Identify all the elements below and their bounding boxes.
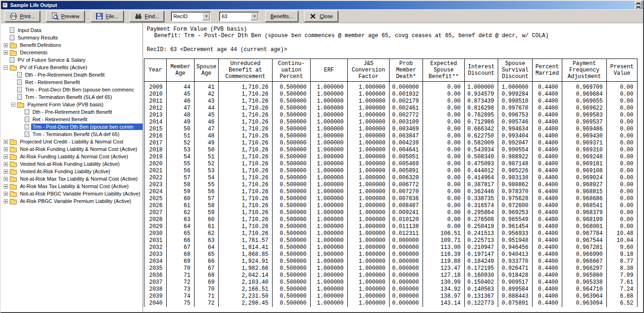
table-row: 202459561,710.260.5000001.0000001.000000… — [144, 189, 637, 196]
table-cell: 1.000000 — [311, 154, 348, 161]
document-icon — [17, 79, 22, 85]
table-cell: 0.909517 — [498, 279, 533, 286]
expand-plus-icon[interactable]: + — [4, 184, 8, 189]
tree-item[interactable]: Ret - Retirement Benefit — [1, 116, 143, 123]
table-cell: 0.241513 — [465, 230, 498, 237]
minimize-button[interactable] — [635, 0, 642, 5]
document-icon — [17, 72, 22, 78]
tree-item[interactable]: +Projected Unit Credit - Liability & Nor… — [1, 138, 143, 145]
table-cell: 1.000000 — [498, 82, 533, 91]
tree-item[interactable]: +Decrements — [1, 49, 143, 56]
table-cell: 0.508349 — [465, 154, 498, 161]
expand-plus-icon[interactable]: + — [4, 192, 8, 196]
table-cell: 0.295864 — [465, 209, 498, 216]
table-cell: 0.963964 — [562, 293, 607, 300]
table-cell: 0.500000 — [273, 119, 311, 126]
expand-plus-icon[interactable]: + — [4, 162, 8, 166]
tree-item-label: Ret - Retirement Benefit — [24, 79, 81, 85]
table-cell: 0.00 — [423, 216, 465, 223]
table-cell: 0.00 — [607, 105, 637, 112]
table-cell: 0.990554 — [498, 147, 533, 154]
tree-item[interactable]: Trm - Post-Decr Dth Ben (spouse ben comm — [1, 123, 143, 130]
expand-plus-icon[interactable]: + — [4, 170, 8, 174]
preview-button[interactable]: Preview — [46, 11, 85, 22]
tree-item[interactable]: Dth - Pre-Retirement Death Benefit — [1, 108, 143, 116]
tree-item[interactable]: Summary Results — [1, 34, 143, 41]
table-cell: 0.968379 — [562, 209, 607, 216]
table-row: 202762591,710.260.5000001.0000001.000000… — [144, 209, 637, 216]
table-cell: 1,710.26 — [219, 161, 273, 168]
expand-plus-icon[interactable]: + — [4, 155, 8, 159]
table-cell: 1.000000 — [311, 161, 348, 168]
tree-item[interactable]: +Benefit Definitions — [1, 41, 143, 49]
document-icon — [10, 57, 14, 63]
file-button-label: File... — [106, 13, 118, 19]
recid-combo[interactable]: RecID ▼ — [171, 12, 211, 21]
table-cell: 0.4400 — [533, 133, 562, 140]
window-title: Sample Life Output — [10, 2, 634, 8]
table-cell: 0.4400 — [533, 272, 562, 279]
find-button[interactable]: Find... — [130, 11, 164, 22]
table-cell: 51 — [195, 154, 219, 161]
tree-item[interactable]: +At-Risk Max Tax Liability & Normal Cost… — [1, 183, 143, 190]
table-cell: 0.946456 — [498, 244, 533, 251]
find-button-label: Find... — [145, 13, 159, 19]
expand-plus-icon[interactable]: + — [4, 140, 8, 144]
expand-plus-icon[interactable]: + — [4, 147, 8, 151]
file-button[interactable]: File... — [91, 11, 124, 22]
table-cell: 0.00 — [607, 133, 637, 140]
expand-plus-icon[interactable]: + — [4, 177, 8, 181]
table-cell: 1,710.26 — [219, 209, 273, 216]
tree-item[interactable]: PV of Future Service & Salary — [1, 56, 143, 64]
table-cell: 0.582009 — [465, 140, 498, 147]
folder-icon — [10, 177, 17, 182]
table-cell: 48 — [195, 133, 219, 140]
collapse-minus-icon[interactable]: − — [4, 65, 8, 70]
table-cell: 1.000000 — [311, 133, 348, 140]
tree-item[interactable]: Dth - Pre-Retirement Death Benefit — [1, 71, 143, 78]
tree-item[interactable]: +At-Risk Funding Liability & Normal Cost… — [1, 153, 143, 160]
table-cell: 0.338735 — [465, 196, 498, 202]
tree-item[interactable]: Ret - Retirement Benefit — [1, 78, 143, 86]
expand-plus-icon[interactable]: + — [4, 43, 8, 47]
tree-item[interactable]: +Not-at-Risk PBGC Variable Premium Liabi… — [1, 190, 143, 197]
tree-item[interactable]: −Payment Form Value (PVB basis) — [1, 101, 143, 108]
tree-item[interactable]: +At-Risk PBGC Variable Premium Liability… — [1, 197, 143, 205]
table-cell: 1.000000 — [348, 168, 390, 175]
table-cell: 0.500000 — [273, 237, 311, 244]
table-cell: 1,710.26 — [219, 105, 273, 112]
table-cell: 1,710.26 — [219, 189, 273, 196]
tree-item[interactable]: +Vested At-Risk Funding Liability (Activ… — [1, 168, 143, 175]
tree-item[interactable]: −PV of Future Benefits (Active) — [1, 64, 143, 71]
tree-item[interactable]: Trm - Post-Decr Dth Ben (spouse ben comm… — [1, 86, 143, 93]
table-cell: 0.968001 — [562, 223, 607, 230]
record-number-combo[interactable]: 63 ▼ — [219, 12, 259, 21]
table-cell: 0.4400 — [533, 258, 562, 265]
column-header: Spouse Survival Discount — [498, 59, 533, 82]
table-cell: 1.000000 — [348, 223, 390, 230]
tree-item[interactable]: Input Data — [1, 26, 143, 34]
table-cell: 44 — [167, 82, 195, 91]
table-cell: 0.00 — [607, 189, 637, 196]
tree-item[interactable]: +Vested Not-at-Risk Funding Liability (A… — [1, 160, 143, 168]
expand-plus-icon[interactable]: + — [4, 51, 8, 55]
expand-plus-icon[interactable]: + — [4, 199, 8, 203]
tree-item[interactable]: +Not-at-Risk Funding Liability & Normal … — [1, 145, 143, 153]
table-cell: 0.4400 — [533, 91, 562, 98]
tree-item[interactable]: +Not-at-Risk Max Tax Liability & Normal … — [1, 175, 143, 183]
table-cell: 66 — [195, 258, 219, 265]
table-cell: 0.888443 — [498, 293, 533, 300]
tree-item[interactable]: Trm - Termination Benefit (SLA def 65) — [1, 93, 143, 101]
table-row: 201449461,710.260.5000001.0000001.000000… — [144, 119, 637, 126]
tree-item[interactable]: Trm - Termination Benefit (SLA def 65) — [1, 130, 143, 138]
print-button[interactable]: Print... — [5, 11, 40, 22]
table-cell: 2021 — [144, 168, 167, 175]
benefits-button[interactable]: Benefits... — [265, 11, 298, 22]
table-cell: 0.003109 — [390, 119, 423, 126]
chevron-down-icon[interactable]: ▼ — [202, 13, 210, 20]
table-cell: 56 — [167, 168, 195, 175]
collapse-minus-icon[interactable]: − — [11, 103, 15, 107]
chevron-down-icon[interactable]: ▼ — [251, 13, 258, 20]
close-button[interactable]: Close — [304, 11, 338, 22]
table-cell: 10.48 — [607, 230, 637, 237]
